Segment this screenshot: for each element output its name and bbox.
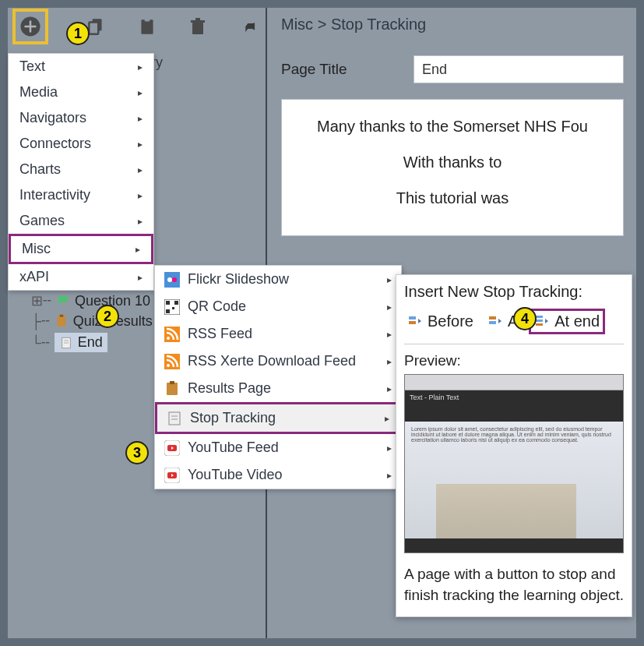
chevron-right-icon: ▸ xyxy=(387,443,392,454)
add-button-highlight xyxy=(12,9,48,44)
breadcrumb-parent[interactable]: Misc xyxy=(281,16,313,33)
submenu-item-rss-xerte[interactable]: RSS Xerte Download Feed▸ xyxy=(155,348,401,375)
preview-thumbnail: Text - Plain Text Lorem ipsum dolor sit … xyxy=(404,374,624,553)
insert-end-icon xyxy=(534,314,550,330)
breadcrumb-current: Stop Tracking xyxy=(331,16,426,33)
chevron-right-icon: ▸ xyxy=(387,302,392,312)
chevron-right-icon: ▸ xyxy=(138,87,143,98)
svg-rect-40 xyxy=(489,316,496,319)
breadcrumb: Misc > Stop Tracking xyxy=(281,16,624,34)
paste-button[interactable] xyxy=(135,12,159,41)
chevron-right-icon: ▸ xyxy=(138,216,143,227)
chevron-right-icon: ▸ xyxy=(138,272,143,283)
rss-icon xyxy=(164,354,180,369)
menu-item-connectors[interactable]: Connectors▸ xyxy=(9,131,153,157)
breadcrumb-sep: > xyxy=(318,16,327,33)
menu-item-games[interactable]: Games▸ xyxy=(9,208,153,234)
youtube-icon xyxy=(164,468,180,483)
menu-item-media[interactable]: Media▸ xyxy=(9,79,153,105)
insert-at-end-label: At end xyxy=(554,312,600,330)
insert-before-label: Before xyxy=(428,312,473,330)
tree-label: End xyxy=(78,334,103,351)
submenu-label: RSS Xerte Download Feed xyxy=(188,353,379,369)
insert-at-end-button[interactable]: At end xyxy=(529,309,605,334)
insert-before-button[interactable]: Before xyxy=(404,311,477,332)
submenu-label: Stop Tracking xyxy=(190,410,377,426)
pin-button[interactable] xyxy=(238,12,261,41)
tree-line-icon: └╌ xyxy=(31,334,50,351)
content-editor[interactable]: Many thanks to the Somerset NHS Fou With… xyxy=(281,99,624,236)
menu-label: Connectors xyxy=(19,136,91,152)
submenu-label: QR Code xyxy=(188,298,379,315)
svg-rect-21 xyxy=(166,309,170,313)
insert-popup: Insert New Stop Tracking: Before A At en… xyxy=(396,274,632,617)
callout-1: 1 xyxy=(66,22,90,45)
submenu-item-yt-video[interactable]: YouTube Video▸ xyxy=(155,461,401,489)
preview-label: Preview: xyxy=(404,352,624,369)
menu-item-interactivity[interactable]: Interactivity▸ xyxy=(9,182,153,208)
menu-label: Navigators xyxy=(19,110,86,126)
toolbar xyxy=(8,8,266,45)
submenu-item-results[interactable]: Results Page▸ xyxy=(155,375,401,402)
chevron-right-icon: ▸ xyxy=(387,274,392,285)
menu-label: Games xyxy=(19,213,65,229)
content-line: With thanks to xyxy=(294,150,611,175)
clipboard-icon xyxy=(55,314,69,328)
youtube-icon xyxy=(164,440,180,456)
add-button[interactable] xyxy=(16,12,45,41)
callout-2: 2 xyxy=(96,305,119,328)
insert-before-icon xyxy=(407,314,423,330)
menu-label: Text xyxy=(19,58,45,75)
flickr-icon xyxy=(164,272,180,288)
submenu-item-stop-tracking[interactable]: Stop Tracking▸ xyxy=(155,402,401,434)
chevron-right-icon: ▸ xyxy=(138,113,143,124)
svg-point-24 xyxy=(167,337,170,340)
pin-icon xyxy=(241,19,257,34)
submenu-label: RSS Feed xyxy=(188,326,379,342)
page-title-input[interactable] xyxy=(413,55,624,83)
svg-rect-38 xyxy=(409,316,416,319)
chevron-right-icon: ▸ xyxy=(385,413,389,424)
menu-item-misc[interactable]: Misc▸ xyxy=(9,234,153,264)
menu-item-text[interactable]: Text▸ xyxy=(9,54,153,79)
svg-rect-8 xyxy=(191,20,205,23)
submenu-item-yt-feed[interactable]: YouTube Feed▸ xyxy=(155,434,401,461)
chevron-right-icon: ▸ xyxy=(387,470,392,481)
insert-menu: Text▸ Media▸ Navigators▸ Connectors▸ Cha… xyxy=(8,53,154,291)
menu-item-navigators[interactable]: Navigators▸ xyxy=(9,105,153,131)
svg-rect-44 xyxy=(536,323,543,326)
page-title-label: Page Title xyxy=(281,61,390,78)
chevron-right-icon: ▸ xyxy=(138,164,143,175)
qr-icon xyxy=(164,299,180,315)
menu-label: Charts xyxy=(19,161,61,178)
submenu-item-flickr[interactable]: Flickr Slideshow▸ xyxy=(155,266,401,293)
svg-rect-20 xyxy=(174,301,178,305)
submenu-label: Results Page xyxy=(188,380,379,397)
svg-rect-29 xyxy=(169,412,180,425)
plus-circle-icon xyxy=(19,15,42,38)
submenu-label: YouTube Feed xyxy=(188,439,379,456)
svg-point-26 xyxy=(167,364,170,367)
menu-label: xAPI xyxy=(19,269,49,285)
svg-rect-9 xyxy=(195,18,200,20)
svg-rect-22 xyxy=(172,307,174,309)
svg-rect-4 xyxy=(89,23,98,34)
svg-rect-7 xyxy=(192,23,203,34)
svg-point-17 xyxy=(172,277,177,282)
chevron-right-icon: ▸ xyxy=(387,383,392,394)
svg-rect-42 xyxy=(536,316,543,318)
delete-button[interactable] xyxy=(187,12,210,41)
trash-icon xyxy=(188,16,207,37)
paste-icon xyxy=(137,16,157,37)
chevron-right-icon: ▸ xyxy=(135,244,140,255)
expand-icon[interactable]: ⊞╌ xyxy=(31,292,51,309)
submenu-item-qr[interactable]: QR Code▸ xyxy=(155,293,401,320)
clipboard-icon xyxy=(164,381,180,397)
svg-rect-27 xyxy=(167,383,178,395)
menu-item-charts[interactable]: Charts▸ xyxy=(9,157,153,182)
menu-item-xapi[interactable]: xAPI▸ xyxy=(9,264,153,290)
svg-rect-11 xyxy=(60,315,64,317)
svg-rect-41 xyxy=(489,321,496,324)
submenu-label: Flickr Slideshow xyxy=(188,271,379,288)
submenu-item-rss[interactable]: RSS Feed▸ xyxy=(155,320,401,348)
